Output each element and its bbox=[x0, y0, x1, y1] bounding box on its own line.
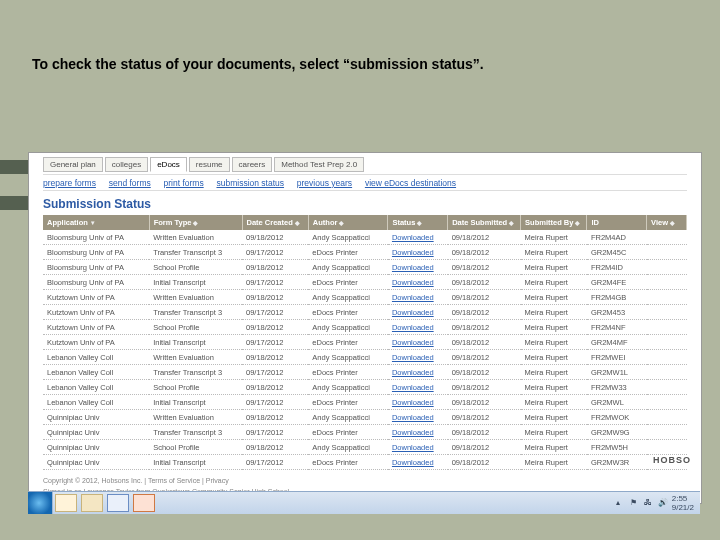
tray-time[interactable]: 2:559/21/2 bbox=[672, 494, 694, 512]
cell-view bbox=[647, 395, 687, 410]
status-link[interactable]: Downloaded bbox=[392, 353, 434, 362]
status-link[interactable]: Downloaded bbox=[392, 383, 434, 392]
cell-datesubmitted: 09/18/2012 bbox=[448, 410, 521, 425]
tray-sound-icon[interactable]: 🔊 bbox=[658, 498, 668, 508]
status-link[interactable]: Downloaded bbox=[392, 458, 434, 467]
tray-flag-icon[interactable]: ⚑ bbox=[630, 498, 640, 508]
cell-author: eDocs Printer bbox=[308, 245, 388, 260]
nav-previous-years[interactable]: previous years bbox=[297, 178, 352, 188]
taskbar-outlook-icon[interactable] bbox=[55, 494, 77, 512]
cell-view bbox=[647, 230, 687, 245]
cell-submittedby: Meira Rupert bbox=[521, 410, 587, 425]
cell-author: eDocs Printer bbox=[308, 365, 388, 380]
status-link[interactable]: Downloaded bbox=[392, 248, 434, 257]
col-author[interactable]: Author◆ bbox=[308, 215, 388, 230]
status-link[interactable]: Downloaded bbox=[392, 323, 434, 332]
tab-edocs[interactable]: eDocs bbox=[150, 157, 187, 172]
cell-status: Downloaded bbox=[388, 425, 448, 440]
taskbar-word-icon[interactable] bbox=[107, 494, 129, 512]
status-link[interactable]: Downloaded bbox=[392, 263, 434, 272]
col-application[interactable]: Application▼ bbox=[43, 215, 149, 230]
tray-network-icon[interactable]: 🖧 bbox=[644, 498, 654, 508]
cell-view bbox=[647, 425, 687, 440]
cell-view bbox=[647, 275, 687, 290]
col-view[interactable]: View◆ bbox=[647, 215, 687, 230]
cell-datesubmitted: 09/18/2012 bbox=[448, 320, 521, 335]
cell-author: Andy Scappaticci bbox=[308, 230, 388, 245]
cell-application: Bloomsburg Univ of PA bbox=[43, 245, 149, 260]
tab-testprep[interactable]: Method Test Prep 2.0 bbox=[274, 157, 364, 172]
cell-submittedby: Meira Rupert bbox=[521, 455, 587, 470]
cell-id: FR2M4ID bbox=[587, 260, 647, 275]
tab-general[interactable]: General plan bbox=[43, 157, 103, 172]
cell-datecreated: 09/17/2012 bbox=[242, 335, 308, 350]
cell-submittedby: Meira Rupert bbox=[521, 260, 587, 275]
cell-status: Downloaded bbox=[388, 275, 448, 290]
slide-headline: To check the status of your documents, s… bbox=[32, 56, 484, 72]
cell-submittedby: Meira Rupert bbox=[521, 305, 587, 320]
cell-datesubmitted: 09/18/2012 bbox=[448, 335, 521, 350]
status-link[interactable]: Downloaded bbox=[392, 233, 434, 242]
status-link[interactable]: Downloaded bbox=[392, 338, 434, 347]
nav-prepare-forms[interactable]: prepare forms bbox=[43, 178, 96, 188]
status-link[interactable]: Downloaded bbox=[392, 368, 434, 377]
col-datesubmitted[interactable]: Date Submitted◆ bbox=[448, 215, 521, 230]
taskbar-folder-icon[interactable] bbox=[81, 494, 103, 512]
table-row: Lebanon Valley CollWritten Evaluation09/… bbox=[43, 350, 687, 365]
section-title: Submission Status bbox=[43, 197, 687, 211]
cell-submittedby: Meira Rupert bbox=[521, 290, 587, 305]
cell-application: Kutztown Univ of PA bbox=[43, 290, 149, 305]
cell-formtype: Transfer Transcript 3 bbox=[149, 365, 242, 380]
taskbar-powerpoint-icon[interactable] bbox=[133, 494, 155, 512]
cell-submittedby: Meira Rupert bbox=[521, 395, 587, 410]
nav-print-forms[interactable]: print forms bbox=[164, 178, 204, 188]
tab-careers[interactable]: careers bbox=[232, 157, 273, 172]
nav-send-forms[interactable]: send forms bbox=[109, 178, 151, 188]
cell-view bbox=[647, 290, 687, 305]
table-row: Bloomsburg Univ of PAInitial Transcript0… bbox=[43, 275, 687, 290]
cell-datecreated: 09/17/2012 bbox=[242, 245, 308, 260]
cell-formtype: School Profile bbox=[149, 320, 242, 335]
cell-formtype: Written Evaluation bbox=[149, 350, 242, 365]
status-link[interactable]: Downloaded bbox=[392, 413, 434, 422]
status-link[interactable]: Downloaded bbox=[392, 278, 434, 287]
cell-datesubmitted: 09/18/2012 bbox=[448, 425, 521, 440]
cell-formtype: Transfer Transcript 3 bbox=[149, 425, 242, 440]
browser-window: General plancollegeseDocsresumecareersMe… bbox=[28, 152, 702, 504]
nav-view-destinations[interactable]: view eDocs destinations bbox=[365, 178, 456, 188]
cell-datecreated: 09/18/2012 bbox=[242, 440, 308, 455]
col-status[interactable]: Status◆ bbox=[388, 215, 448, 230]
cell-author: eDocs Printer bbox=[308, 275, 388, 290]
cell-view bbox=[647, 380, 687, 395]
nav-submission-status[interactable]: submission status bbox=[216, 178, 284, 188]
cell-author: eDocs Printer bbox=[308, 335, 388, 350]
table-row: Bloomsburg Univ of PASchool Profile09/18… bbox=[43, 260, 687, 275]
table-row: Kutztown Univ of PAInitial Transcript09/… bbox=[43, 335, 687, 350]
status-link[interactable]: Downloaded bbox=[392, 293, 434, 302]
status-link[interactable]: Downloaded bbox=[392, 428, 434, 437]
cell-author: Andy Scappaticci bbox=[308, 380, 388, 395]
tab-resume[interactable]: resume bbox=[189, 157, 230, 172]
col-submittedby[interactable]: Submitted By◆ bbox=[521, 215, 587, 230]
tray-up-icon[interactable]: ▴ bbox=[616, 498, 626, 508]
status-link[interactable]: Downloaded bbox=[392, 398, 434, 407]
start-button[interactable] bbox=[28, 492, 53, 514]
col-id[interactable]: ID bbox=[587, 215, 647, 230]
cell-status: Downloaded bbox=[388, 365, 448, 380]
cell-submittedby: Meira Rupert bbox=[521, 245, 587, 260]
status-link[interactable]: Downloaded bbox=[392, 443, 434, 452]
status-link[interactable]: Downloaded bbox=[392, 308, 434, 317]
cell-submittedby: Meira Rupert bbox=[521, 380, 587, 395]
col-datecreated[interactable]: Date Created◆ bbox=[242, 215, 308, 230]
cell-application: Quinnipiac Univ bbox=[43, 455, 149, 470]
cell-author: eDocs Printer bbox=[308, 305, 388, 320]
table-row: Quinnipiac UnivTransfer Transcript 309/1… bbox=[43, 425, 687, 440]
cell-author: Andy Scappaticci bbox=[308, 320, 388, 335]
cell-datesubmitted: 09/18/2012 bbox=[448, 260, 521, 275]
cell-id: FR2MWOK bbox=[587, 410, 647, 425]
table-row: Lebanon Valley CollSchool Profile09/18/2… bbox=[43, 380, 687, 395]
footer-copyright: Copyright © 2012, Hobsons Inc. | Terms o… bbox=[43, 476, 687, 487]
tab-colleges[interactable]: colleges bbox=[105, 157, 148, 172]
cell-formtype: Transfer Transcript 3 bbox=[149, 245, 242, 260]
col-formtype[interactable]: Form Type◆ bbox=[149, 215, 242, 230]
